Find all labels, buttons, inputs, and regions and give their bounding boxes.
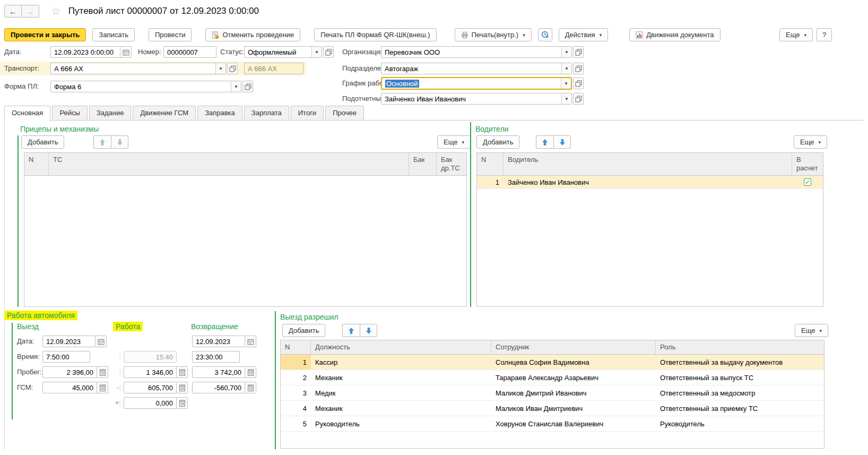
favorite-star-icon[interactable]: ☆ bbox=[51, 5, 61, 18]
trailers-move-up-button[interactable] bbox=[93, 135, 111, 149]
role-cell[interactable]: Ответственный за выдачу документов bbox=[656, 356, 824, 368]
drivers-add-button[interactable]: Добавить bbox=[476, 135, 519, 149]
print-internal-button[interactable]: Печать(внутр.) ▾ bbox=[455, 28, 532, 41]
position-cell[interactable]: Медик bbox=[311, 387, 491, 399]
employee-cell[interactable]: Маликов Дмитрий Иванович bbox=[491, 387, 656, 399]
authorized-col-n[interactable]: N bbox=[281, 340, 311, 354]
return-date-calendar-button[interactable] bbox=[245, 336, 256, 347]
return-time-field[interactable]: 23:30:00 bbox=[192, 351, 240, 363]
drivers-more-button[interactable]: Еще ▾ bbox=[794, 135, 827, 149]
work-fuel-added-calc-button[interactable] bbox=[176, 397, 188, 409]
position-cell[interactable]: Руководитель bbox=[311, 418, 491, 430]
authorized-col-position[interactable]: Должность bbox=[311, 340, 491, 354]
authorized-table-empty-area[interactable] bbox=[281, 432, 824, 448]
trailers-more-button[interactable]: Еще ▾ bbox=[437, 135, 471, 149]
schedule-combo[interactable]: Основной ▾ bbox=[381, 77, 572, 90]
authorized-row-1[interactable]: 1 Кассир Солнцева София Вадимовна Ответс… bbox=[281, 355, 824, 370]
departure-odometer-calc-button[interactable] bbox=[97, 366, 108, 378]
role-cell[interactable]: Ответственный за приемку ТС bbox=[656, 402, 824, 415]
department-dropdown-icon[interactable]: ▾ bbox=[561, 63, 571, 74]
undo-post-button[interactable]: Отменить проведение bbox=[205, 28, 300, 41]
trailers-move-down-button[interactable] bbox=[111, 135, 128, 149]
authorized-add-button[interactable]: Добавить bbox=[282, 324, 325, 337]
tab-prochee[interactable]: Прочее bbox=[325, 106, 364, 120]
transport-open-button[interactable] bbox=[227, 63, 238, 74]
drivers-col-driver[interactable]: Водитель bbox=[504, 153, 792, 175]
drivers-table-empty-area[interactable] bbox=[477, 189, 823, 306]
in-calc-checkbox[interactable]: ✓ bbox=[804, 178, 811, 186]
print-external-button[interactable]: Печать ПЛ Форма6 QR-ШК(внеш.) bbox=[314, 28, 436, 41]
employee-cell[interactable]: Солнцева София Вадимовна bbox=[491, 356, 656, 368]
employee-cell[interactable]: Маликов Иван Дмитриевич bbox=[491, 402, 656, 415]
waybill-form-dropdown-icon[interactable]: ▾ bbox=[231, 81, 241, 92]
schedule-dropdown-icon[interactable]: ▾ bbox=[561, 78, 571, 89]
departure-fuel-field[interactable]: 45,000 bbox=[42, 382, 97, 393]
authorized-move-down-button[interactable] bbox=[360, 324, 377, 337]
post-button[interactable]: Провести bbox=[149, 28, 192, 41]
authorized-row-3[interactable]: 3 Медик Маликов Дмитрий Иванович Ответст… bbox=[281, 385, 824, 401]
accountable-open-button[interactable] bbox=[573, 93, 584, 105]
trailers-col-tank-other[interactable]: Бак др.ТС bbox=[437, 153, 466, 175]
date-field[interactable]: 12.09.2023 0:00:00 bbox=[50, 46, 120, 58]
drivers-move-down-button[interactable] bbox=[553, 135, 571, 149]
departure-fuel-calc-button[interactable] bbox=[97, 382, 108, 393]
return-fuel-calc-button[interactable] bbox=[245, 382, 256, 393]
tab-dvizhenie-gsm[interactable]: Движение ГСМ bbox=[133, 106, 196, 120]
post-and-close-button[interactable]: Провести и закрыть bbox=[4, 28, 86, 41]
trailers-add-button[interactable]: Добавить bbox=[21, 135, 64, 149]
departure-date-calendar-button[interactable] bbox=[95, 336, 107, 347]
authorized-more-button[interactable]: Еще ▾ bbox=[795, 324, 828, 337]
employee-cell[interactable]: Ховрунов Станислав Валериевич bbox=[491, 418, 656, 430]
work-fuel-added-field[interactable]: 0,000 bbox=[124, 397, 177, 409]
tab-osnovnaya[interactable]: Основная bbox=[4, 106, 50, 121]
employee-cell[interactable]: Тарараев Александр Азарьевич bbox=[491, 372, 656, 384]
authorized-move-up-button[interactable] bbox=[342, 324, 360, 337]
nav-back-button[interactable]: ← bbox=[4, 5, 22, 18]
number-field[interactable]: 00000007 bbox=[163, 46, 216, 58]
actions-button[interactable]: Действия ▾ bbox=[559, 28, 609, 41]
department-combo[interactable]: Автогараж ▾ bbox=[381, 63, 572, 74]
departure-odometer-field[interactable]: 2 396,00 bbox=[42, 366, 97, 378]
tab-zapravka[interactable]: Заправка bbox=[197, 106, 242, 120]
position-cell[interactable]: Механик bbox=[311, 372, 491, 384]
accountable-combo[interactable]: Зайченко Иван Иванович ▾ bbox=[381, 93, 572, 105]
toolbar-more-button[interactable]: Еще ▾ bbox=[779, 28, 813, 41]
change-state-button[interactable] bbox=[538, 28, 552, 41]
transport-combo[interactable]: А 666 АХ ▾ bbox=[50, 63, 226, 74]
tab-zarplata[interactable]: Зарплата bbox=[244, 106, 289, 120]
driver-name-cell[interactable]: Зайченко Иван Иванович bbox=[504, 176, 792, 188]
tab-itogi[interactable]: Итоги bbox=[291, 106, 324, 120]
trailers-col-n[interactable]: N bbox=[24, 153, 49, 175]
work-fuel-used-field[interactable]: 605,700 bbox=[124, 382, 177, 393]
return-fuel-field[interactable]: -560,700 bbox=[192, 382, 245, 393]
trailers-col-tank[interactable]: Бак bbox=[409, 153, 437, 175]
organization-combo[interactable]: Перевозчик ООО ▾ bbox=[381, 46, 572, 58]
drivers-row-1[interactable]: 1 Зайченко Иван Иванович ✓ bbox=[477, 176, 823, 189]
role-cell[interactable]: Ответственный за медосмотр bbox=[656, 387, 824, 399]
waybill-form-combo[interactable]: Форма 6 ▾ bbox=[50, 81, 241, 92]
tab-reysy[interactable]: Рейсы bbox=[52, 106, 87, 120]
schedule-open-button[interactable] bbox=[573, 78, 584, 89]
status-open-button[interactable] bbox=[323, 46, 334, 58]
role-cell[interactable]: Руководитель bbox=[656, 418, 824, 430]
date-calendar-button[interactable] bbox=[120, 46, 132, 58]
drivers-col-n[interactable]: N bbox=[477, 153, 504, 175]
authorized-row-2[interactable]: 2 Механик Тарараев Александр Азарьевич О… bbox=[281, 370, 824, 385]
work-distance-field[interactable]: 1 346,00 bbox=[124, 366, 177, 378]
accountable-dropdown-icon[interactable]: ▾ bbox=[561, 93, 571, 104]
help-button[interactable]: ? bbox=[817, 28, 832, 41]
tab-zadanie[interactable]: Задание bbox=[89, 106, 132, 120]
nav-forward-button[interactable]: → bbox=[22, 5, 39, 18]
authorized-col-role[interactable]: Роль bbox=[656, 340, 824, 354]
organization-dropdown-icon[interactable]: ▾ bbox=[561, 47, 571, 57]
departure-time-field[interactable]: 7:50:00 bbox=[42, 351, 90, 363]
trailers-table-empty-area[interactable] bbox=[24, 176, 466, 306]
role-cell[interactable]: Ответственный за выпуск ТС bbox=[656, 372, 824, 384]
departure-date-field[interactable]: 12.09.2023 bbox=[42, 336, 96, 347]
transport-dropdown-icon[interactable]: ▾ bbox=[215, 63, 225, 74]
drivers-col-in-calc[interactable]: В расчет bbox=[792, 153, 823, 175]
authorized-row-4[interactable]: 4 Механик Маликов Иван Дмитриевич Ответс… bbox=[281, 401, 824, 416]
status-combo[interactable]: Оформляемый ▾ bbox=[244, 46, 322, 58]
return-odometer-calc-button[interactable] bbox=[245, 366, 256, 378]
return-odometer-field[interactable]: 3 742,00 bbox=[192, 366, 245, 378]
